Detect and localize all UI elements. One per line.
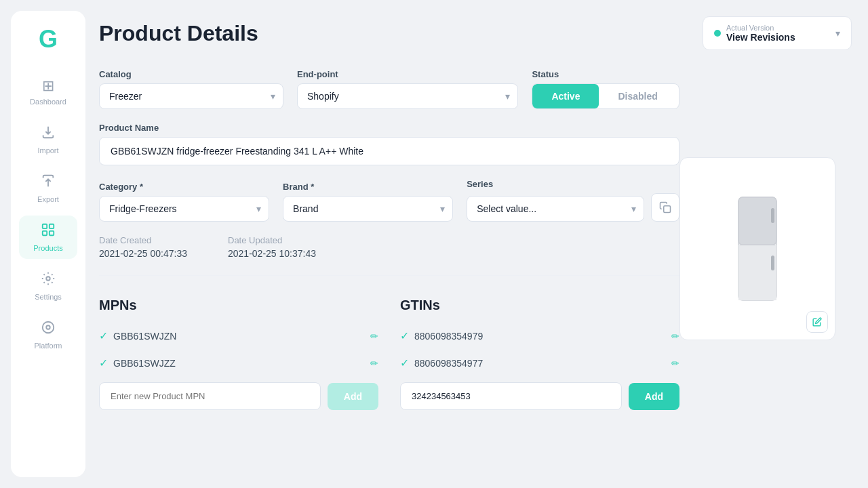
page-header: Product Details Actual Version View Revi… [99, 16, 852, 50]
list-item: ✓ GBB61SWJZN ✏ [99, 323, 378, 350]
mpns-section: MPNs ✓ GBB61SWJZN ✏ ✓ GBB61 [99, 298, 378, 410]
version-value: View Revisions [726, 32, 795, 43]
brand-select-wrapper: Brand [283, 196, 453, 222]
sidebar-item-label: Dashboard [30, 98, 66, 106]
chevron-down-icon: ▾ [835, 28, 840, 39]
catalog-select[interactable]: Freezer [99, 83, 283, 109]
svg-point-6 [46, 325, 50, 329]
svg-rect-0 [43, 224, 47, 228]
main-content: Product Details Actual Version View Revi… [85, 0, 868, 488]
svg-rect-10 [738, 245, 776, 300]
brand-label: Brand * [283, 182, 453, 192]
product-name-input[interactable] [99, 137, 679, 165]
copy-button[interactable] [651, 193, 679, 222]
sidebar-item-label: Platform [35, 342, 62, 350]
series-select[interactable]: Select value... [467, 196, 644, 222]
version-label: Actual Version [726, 24, 795, 32]
sidebar-item-export[interactable]: Export [19, 167, 77, 210]
form-main: Catalog Freezer End-point Shopify [99, 69, 679, 472]
divider [99, 275, 679, 276]
version-dot [714, 30, 721, 37]
gtin-value: 8806098354979 [414, 331, 483, 342]
svg-rect-3 [50, 231, 54, 235]
form-row-1: Catalog Freezer End-point Shopify [99, 69, 679, 109]
sidebar-item-label: Export [37, 195, 59, 203]
gtins-title: GTINs [400, 298, 679, 313]
settings-icon [41, 271, 56, 290]
export-icon [41, 174, 56, 192]
svg-rect-2 [43, 231, 47, 235]
mpn-add-button[interactable]: Add [328, 383, 378, 410]
list-item: ✓ 8806098354979 ✏ [400, 323, 679, 350]
date-created-label: Date Created [99, 235, 187, 245]
sidebar-item-label: Settings [35, 293, 62, 301]
svg-rect-1 [50, 224, 54, 228]
status-toggle: Active Disabled [532, 83, 679, 109]
list-item: ✓ 8806098354977 ✏ [400, 350, 679, 377]
brand-select[interactable]: Brand [283, 196, 453, 222]
sidebar-item-products[interactable]: Products [19, 216, 77, 259]
category-select[interactable]: Fridge-Freezers [99, 196, 269, 222]
products-icon [41, 222, 56, 241]
product-name-label: Product Name [99, 123, 679, 133]
series-label: Series [467, 179, 679, 189]
page-title: Product Details [99, 21, 258, 46]
mpn-value: GBB61SWJZZ [113, 358, 176, 369]
status-disabled-button[interactable]: Disabled [599, 84, 676, 108]
gtin-add-button[interactable]: Add [629, 383, 679, 410]
mpn-add-input[interactable] [99, 382, 321, 410]
sidebar-item-label: Import [37, 146, 58, 155]
image-edit-button[interactable] [806, 311, 828, 333]
date-created-value: 2021-02-25 00:47:33 [99, 248, 187, 259]
sidebar-item-dashboard[interactable]: ⊞ Dashboard [19, 70, 77, 113]
status-label: Status [532, 69, 679, 79]
svg-point-5 [43, 322, 54, 333]
sidebar-item-label: Products [33, 244, 62, 252]
edit-icon[interactable]: ✏ [671, 358, 679, 369]
gtin-add-row: Add [400, 382, 679, 410]
svg-rect-9 [738, 197, 776, 245]
list-item: ✓ GBB61SWJZZ ✏ [99, 350, 378, 377]
sidebar-item-import[interactable]: Import [19, 118, 77, 161]
platform-icon [41, 320, 56, 339]
date-created-group: Date Created 2021-02-25 00:47:33 [99, 235, 187, 259]
product-name-group: Product Name [99, 123, 679, 165]
mpns-title: MPNs [99, 298, 378, 313]
check-icon: ✓ [99, 329, 108, 342]
date-updated-value: 2021-02-25 10:37:43 [228, 248, 316, 259]
endpoint-group: End-point Shopify [297, 69, 518, 109]
gtin-value: 8806098354977 [414, 358, 483, 369]
svg-point-4 [46, 277, 50, 281]
check-icon: ✓ [400, 329, 409, 342]
version-selector[interactable]: Actual Version View Revisions ▾ [703, 16, 852, 50]
catalog-label: Catalog [99, 69, 283, 79]
gtins-section: GTINs ✓ 8806098354979 ✏ ✓ 8 [400, 298, 679, 410]
date-updated-group: Date Updated 2021-02-25 10:37:43 [228, 235, 316, 259]
svg-rect-11 [740, 245, 775, 245]
date-updated-label: Date Updated [228, 235, 316, 245]
dashboard-icon: ⊞ [42, 77, 54, 95]
form-row-2: Category * Fridge-Freezers Brand * Brand [99, 179, 679, 222]
sidebar-item-settings[interactable]: Settings [19, 264, 77, 308]
product-image [730, 195, 785, 303]
svg-rect-12 [771, 208, 774, 223]
brand-group: Brand * Brand [283, 182, 453, 222]
edit-icon[interactable]: ✏ [370, 331, 378, 342]
status-group: Status Active Disabled [532, 69, 679, 109]
status-active-button[interactable]: Active [532, 84, 599, 108]
endpoint-label: End-point [297, 69, 518, 79]
gtin-add-input[interactable] [400, 382, 622, 410]
catalog-select-wrapper: Freezer [99, 83, 283, 109]
svg-rect-13 [771, 256, 774, 270]
edit-icon[interactable]: ✏ [671, 331, 679, 342]
mpn-value: GBB61SWJZN [113, 331, 176, 342]
category-select-wrapper: Fridge-Freezers [99, 196, 269, 222]
endpoint-select[interactable]: Shopify [297, 83, 518, 109]
check-icon: ✓ [400, 357, 409, 369]
sidebar: G ⊞ Dashboard Import Export Products Set… [11, 11, 85, 477]
gtin-list: ✓ 8806098354979 ✏ ✓ 8806098354977 ✏ [400, 323, 679, 377]
sidebar-item-platform[interactable]: Platform [19, 313, 77, 357]
endpoint-select-wrapper: Shopify [297, 83, 518, 109]
category-label: Category * [99, 182, 269, 192]
edit-icon[interactable]: ✏ [370, 358, 378, 369]
